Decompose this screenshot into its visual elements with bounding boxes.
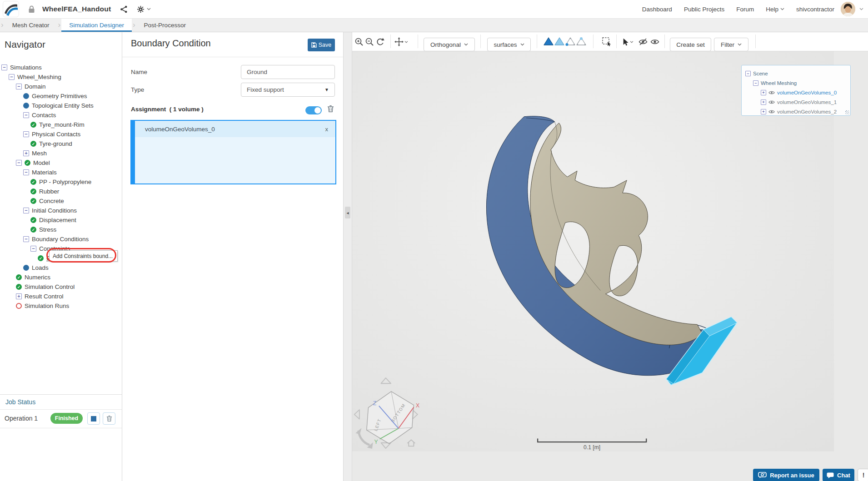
visibility-eye-icon[interactable] — [768, 90, 775, 95]
render-mode-select[interactable]: surfaces — [487, 38, 531, 51]
tree-item[interactable]: Boundary Conditions — [0, 234, 122, 244]
tree-expander-icon[interactable] — [23, 150, 29, 156]
tree-item[interactable]: Mesh — [0, 149, 122, 158]
tree-expander-icon[interactable] — [23, 112, 29, 118]
tree-item[interactable]: Wheel_Meshing — [0, 72, 122, 82]
tree-item[interactable]: Rubber — [0, 187, 122, 196]
tree-item[interactable]: Simulation Control — [0, 282, 122, 292]
mesh-quality-icon-1[interactable] — [543, 36, 554, 47]
tree-item[interactable]: Tyre_mount-Rim — [0, 120, 122, 129]
tree-item[interactable]: Initial Conditions — [0, 206, 122, 215]
tree-expander-icon[interactable] — [23, 208, 29, 213]
mesh-quality-icon-2[interactable] — [554, 36, 565, 47]
topbar-link[interactable]: Forum — [736, 6, 754, 13]
tree-expander-icon[interactable] — [16, 160, 22, 166]
tree-expander-icon[interactable] — [1, 64, 7, 70]
assignment-toggle[interactable] — [305, 106, 322, 114]
select-tool-icon[interactable] — [620, 36, 634, 47]
tree-item[interactable]: Displacement — [0, 215, 122, 225]
chat-button[interactable]: Chat — [823, 469, 854, 481]
username-label[interactable]: shivcontractor — [796, 6, 834, 13]
tree-item[interactable]: Result Control — [0, 292, 122, 301]
account-caret-icon[interactable] — [859, 8, 863, 10]
tree-item[interactable]: Physical Contacts — [0, 129, 122, 139]
type-select[interactable]: Fixed support ▼ — [241, 83, 335, 97]
tree-item[interactable]: Tyre-ground — [0, 139, 122, 149]
tree-item[interactable]: Concrete — [0, 196, 122, 206]
tree-item[interactable]: Domain — [0, 82, 122, 91]
scene-tree-panel[interactable]: Scene Wheel Meshing volumeOnGeoVolumes_0 — [741, 65, 851, 116]
scene-group-row[interactable]: Wheel Meshing — [745, 78, 850, 88]
pan-tool-icon[interactable] — [394, 36, 409, 47]
scene-root-row[interactable]: Scene — [745, 69, 850, 78]
scene-volume-label: volumeOnGeoVolumes_0 — [777, 90, 837, 95]
share-icon[interactable] — [120, 5, 128, 13]
scene-volume-row[interactable]: volumeOnGeoVolumes_0 — [745, 88, 850, 97]
tree-expander-icon[interactable] — [9, 74, 15, 80]
topbar-link[interactable]: Dashboard — [642, 6, 672, 13]
name-input[interactable] — [241, 65, 335, 79]
tree-item[interactable]: Numerics — [0, 273, 122, 282]
workflow-tab-label[interactable]: Simulation Designer — [61, 18, 132, 32]
workflow-tab[interactable]: Simulation Designer — [57, 18, 131, 32]
topbar-link[interactable]: Public Projects — [684, 6, 724, 13]
tree-item[interactable]: Simulation Runs — [0, 301, 122, 311]
workflow-tab[interactable]: Post-Processor — [132, 18, 194, 32]
refresh-view-icon[interactable] — [374, 36, 385, 47]
mesh-quality-icon-4[interactable] — [576, 36, 587, 47]
zoom-in-icon[interactable] — [354, 36, 364, 47]
workflow-tab[interactable]: Mesh Creator — [0, 18, 57, 32]
job-delete-button[interactable] — [103, 412, 115, 425]
help-menu[interactable]: Help — [766, 6, 784, 13]
scene-volume-row[interactable]: volumeOnGeoVolumes_1 — [745, 97, 850, 107]
tree-expander-icon[interactable] — [23, 169, 29, 175]
tree-item[interactable]: Stress — [0, 225, 122, 234]
tree-item[interactable]: Model — [0, 158, 122, 168]
alert-button[interactable]: ! — [858, 469, 868, 481]
job-stop-button[interactable] — [87, 412, 100, 425]
mesh-quality-icon-3[interactable] — [565, 36, 576, 47]
tree-expander-icon[interactable] — [23, 236, 29, 242]
user-avatar[interactable] — [841, 2, 855, 16]
scene-expander-icon[interactable] — [761, 90, 766, 95]
report-issue-button[interactable]: Report an issue — [753, 469, 819, 481]
scene-expander-icon[interactable] — [761, 99, 766, 105]
scene-expander-icon[interactable] — [753, 80, 758, 86]
assignment-item-row[interactable]: volumeOnGeoVolumes_0 x — [135, 121, 335, 137]
tree-expander-icon[interactable] — [30, 246, 36, 252]
scene-volume-row[interactable]: volumeOnGeoVolumes_2 — [745, 107, 850, 116]
tree-item-label: Wheel_Meshing — [17, 74, 61, 80]
create-set-button[interactable]: Create set — [670, 38, 711, 51]
tree-expander-icon[interactable] — [16, 293, 22, 299]
tree-item[interactable]: Geometry Primitives — [0, 91, 122, 101]
tree-expander-icon[interactable] — [16, 84, 22, 89]
filter-button[interactable]: Filter — [714, 38, 748, 51]
save-button[interactable]: Save — [308, 39, 335, 51]
workflow-tab-label[interactable]: Post-Processor — [136, 18, 194, 32]
hide-icon[interactable] — [638, 36, 649, 47]
workflow-tab-label[interactable]: Mesh Creator — [5, 18, 57, 32]
box-select-icon[interactable] — [601, 36, 612, 47]
settings-gear-icon[interactable] — [137, 5, 145, 13]
scene-expander-icon[interactable] — [761, 109, 766, 114]
tree-item[interactable]: Contacts — [0, 110, 122, 120]
help-label[interactable]: Help — [766, 6, 778, 13]
splitter-handle[interactable]: ◂ — [345, 207, 350, 218]
scene-expander-icon[interactable] — [745, 71, 751, 76]
assignment-clear-button[interactable] — [327, 105, 334, 113]
tree-item[interactable]: Materials — [0, 168, 122, 177]
tree-item[interactable]: PP - Polypropylene — [0, 177, 122, 187]
simscale-logo[interactable] — [3, 1, 19, 17]
tree-item[interactable]: Simulations — [0, 63, 122, 72]
tree-item[interactable]: Topological Entity Sets — [0, 101, 122, 110]
visibility-eye-icon[interactable] — [768, 100, 775, 104]
visibility-eye-icon[interactable] — [768, 109, 775, 114]
assignment-remove-button[interactable]: x — [325, 126, 329, 133]
tree-expander-icon[interactable] — [23, 131, 29, 137]
settings-caret-icon[interactable] — [147, 8, 151, 10]
tree-item[interactable]: Loads — [0, 263, 122, 273]
projection-select[interactable]: Orthogonal — [424, 38, 475, 51]
show-icon[interactable] — [649, 36, 660, 47]
zoom-out-icon[interactable] — [364, 36, 375, 47]
pan-caret-icon — [404, 41, 408, 43]
